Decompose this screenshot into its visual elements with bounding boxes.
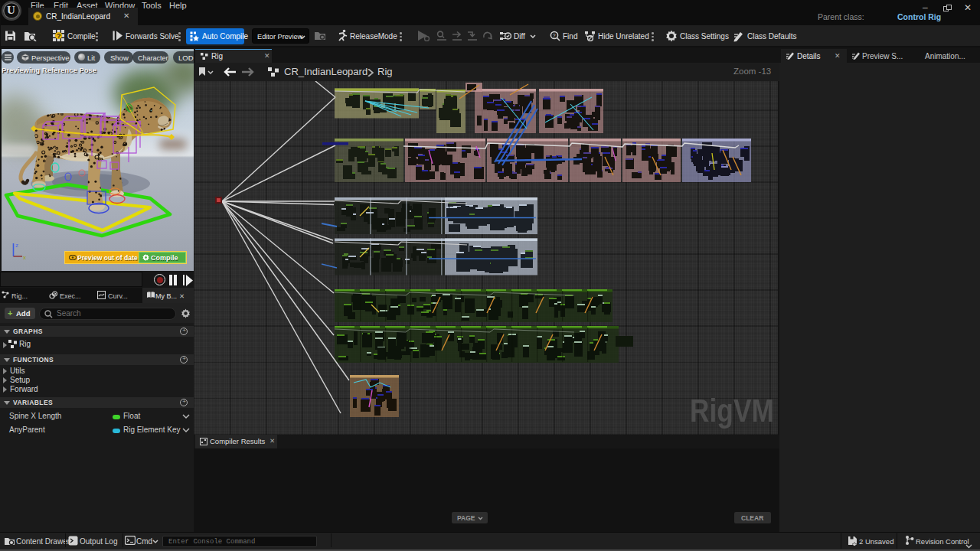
svg-text:x: x [23,254,26,261]
svg-text:?: ? [57,32,60,40]
svg-text:z: z [15,242,18,249]
svg-text:RigVM: RigVM [690,393,774,429]
svg-text:?: ? [553,33,556,38]
